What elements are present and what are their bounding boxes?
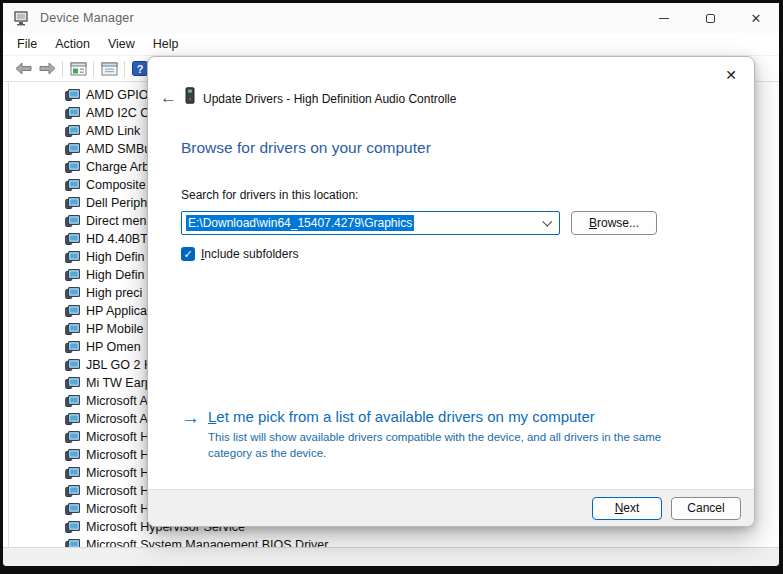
- title-bar: Device Manager ✕: [3, 3, 779, 33]
- device-icon: [65, 539, 80, 547]
- search-location-label: Search for drivers in this location:: [181, 188, 721, 202]
- toolbar-properties-button[interactable]: [97, 58, 121, 80]
- tree-item-label: Dell Periph: [86, 196, 147, 210]
- tree-item-label: AMD Link: [86, 124, 140, 138]
- tree-item-label: Microsoft A: [86, 394, 148, 408]
- tree-item-label: Microsoft H: [86, 430, 149, 444]
- next-button[interactable]: Next: [592, 497, 662, 520]
- toolbar-separator: [62, 61, 63, 77]
- window-bottom-strip: [3, 547, 779, 566]
- device-icon: [65, 251, 80, 263]
- device-icon: [65, 179, 80, 191]
- location-row: E:\Download\win64_15407.4279\Graphics Br…: [181, 211, 721, 235]
- location-combobox[interactable]: E:\Download\win64_15407.4279\Graphics: [181, 211, 560, 235]
- tree-item-label: HD 4.40BT: [86, 232, 148, 246]
- device-icon: [65, 341, 80, 353]
- device-icon: [65, 503, 80, 515]
- menu-file[interactable]: File: [8, 34, 46, 54]
- tree-item-label: Microsoft H: [86, 466, 149, 480]
- device-icon: [65, 125, 80, 137]
- tree-item-label: AMD SMBu: [86, 142, 151, 156]
- toolbar-forward-button[interactable]: [35, 58, 59, 80]
- tree-item-label: HP Applica: [86, 304, 147, 318]
- tree-item-label: HP Omen: [86, 340, 141, 354]
- toolbar-list-button[interactable]: [66, 58, 90, 80]
- list-view-icon: [70, 62, 87, 76]
- device-icon: [65, 485, 80, 497]
- device-icon: [65, 233, 80, 245]
- tree-item-label: Composite: [86, 178, 146, 192]
- device-icon: [65, 143, 80, 155]
- device-manager-app-icon: [14, 11, 31, 26]
- close-button[interactable]: ✕: [733, 3, 779, 33]
- tree-item-label: Microsoft A: [86, 412, 148, 426]
- device-icon: [65, 449, 80, 461]
- tree-item-label: Microsoft H: [86, 484, 149, 498]
- browse-button[interactable]: Browse...: [571, 211, 657, 235]
- audio-device-icon: [185, 87, 195, 104]
- dialog-title: Update Drivers - High Definition Audio C…: [203, 92, 456, 106]
- toolbar-separator: [93, 61, 94, 77]
- tree-item-label: Microsoft System Management BIOS Driver: [86, 538, 328, 547]
- cancel-button[interactable]: Cancel: [671, 497, 741, 520]
- device-icon: [65, 413, 80, 425]
- svg-text:?: ?: [137, 63, 144, 75]
- pick-drivers-description: This list will show available drivers co…: [208, 430, 680, 461]
- tree-item-label: Mi TW Earp: [86, 376, 152, 390]
- location-value: E:\Download\win64_15407.4279\Graphics: [186, 215, 414, 231]
- checkmark-icon: ✓: [183, 249, 192, 260]
- device-icon: [65, 215, 80, 227]
- pick-drivers-link[interactable]: Let me pick from a list of available dri…: [208, 408, 595, 425]
- caption-controls: ✕: [641, 3, 779, 33]
- minimize-icon: [659, 18, 669, 19]
- minimize-button[interactable]: [641, 3, 687, 33]
- device-icon: [65, 359, 80, 371]
- properties-icon: [101, 62, 118, 76]
- device-icon: [65, 305, 80, 317]
- dialog-header: ← Update Drivers - High Definition Audio…: [148, 57, 754, 121]
- include-subfolders-label: Include subfolders: [201, 247, 298, 261]
- right-arrow-icon: →: [181, 408, 200, 461]
- tree-item-label: High Defin: [86, 250, 144, 264]
- device-icon: [65, 395, 80, 407]
- tree-item-label: High preci: [86, 286, 142, 300]
- dialog-back-icon[interactable]: ←: [160, 89, 177, 106]
- help-icon: ?: [132, 61, 148, 76]
- device-icon: [65, 161, 80, 173]
- tree-item-label: Microsoft H: [86, 502, 149, 516]
- dialog-footer: Next Cancel: [148, 489, 754, 526]
- toolbar-separator: [124, 61, 125, 77]
- tree-item-label: Charge Arb: [86, 160, 149, 174]
- device-icon: [65, 467, 80, 479]
- dialog-body: Browse for drivers on your computer Sear…: [148, 121, 754, 489]
- chevron-down-icon[interactable]: [542, 217, 552, 227]
- toolbar-back-button[interactable]: [11, 58, 35, 80]
- menu-bar: File Action View Help: [3, 33, 779, 56]
- maximize-button[interactable]: [687, 3, 733, 33]
- tree-item-label: HP Mobile: [86, 322, 143, 336]
- device-icon: [65, 197, 80, 209]
- device-icon: [65, 431, 80, 443]
- include-subfolders-row: ✓ Include subfolders: [181, 247, 721, 261]
- include-subfolders-checkbox[interactable]: ✓: [181, 247, 195, 261]
- tree-item-label: High Defin: [86, 268, 144, 282]
- menu-action[interactable]: Action: [46, 34, 99, 54]
- forward-arrow-icon: [39, 62, 56, 75]
- device-icon: [65, 287, 80, 299]
- tree-item-label: AMD I2C C: [86, 106, 149, 120]
- device-icon: [65, 377, 80, 389]
- menu-view[interactable]: View: [99, 34, 144, 54]
- tree-item-label: JBL GO 2 H: [86, 358, 153, 372]
- menu-help[interactable]: Help: [144, 34, 188, 54]
- tree-item[interactable]: Microsoft System Management BIOS Driver: [9, 536, 779, 547]
- tree-item-label: AMD GPIO: [86, 88, 149, 102]
- window-title: Device Manager: [40, 11, 134, 25]
- tree-item-label: Microsoft H: [86, 448, 149, 462]
- pick-drivers-block: → Let me pick from a list of available d…: [181, 408, 680, 461]
- maximize-icon: [706, 14, 715, 23]
- device-icon: [65, 269, 80, 281]
- device-icon: [65, 89, 80, 101]
- update-drivers-dialog: ✕ ← Update Drivers - High Definition Aud…: [147, 56, 755, 527]
- page-title: Browse for drivers on your computer: [181, 139, 721, 157]
- device-icon: [65, 521, 80, 533]
